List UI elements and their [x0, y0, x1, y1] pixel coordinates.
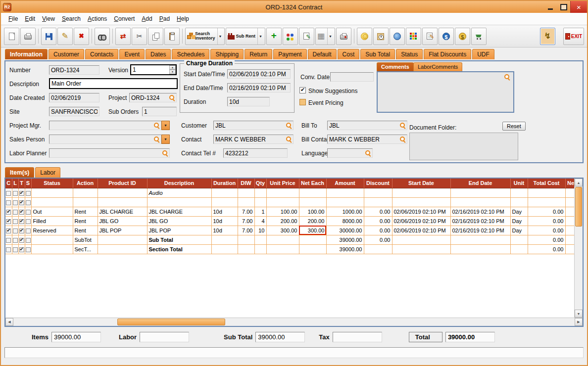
- cell-total_cost[interactable]: 0.00: [528, 244, 565, 254]
- cell-status[interactable]: Out: [31, 207, 73, 216]
- tab-schedules[interactable]: Schedules: [172, 49, 209, 59]
- cell-action[interactable]: [73, 197, 98, 207]
- cell-status[interactable]: Filled: [31, 216, 73, 226]
- version-spinner[interactable]: ▲▼: [169, 65, 176, 74]
- tab-shipping[interactable]: Shipping: [210, 49, 244, 59]
- cell-t[interactable]: [18, 188, 25, 197]
- cell-description[interactable]: Sub Total: [147, 235, 211, 244]
- column-header-l[interactable]: L: [12, 179, 18, 188]
- vertical-scrollbar[interactable]: ▲ ▼: [574, 179, 583, 318]
- column-header-end_date[interactable]: End Date: [450, 179, 510, 188]
- cell-status[interactable]: [31, 244, 73, 254]
- cell-status[interactable]: Reserved: [31, 226, 73, 235]
- row-checkbox[interactable]: [13, 191, 18, 196]
- cell-diw[interactable]: [238, 244, 254, 254]
- scroll-up-button[interactable]: ▲: [575, 179, 583, 186]
- cell-unit[interactable]: Day: [510, 216, 528, 226]
- options-button[interactable]: [283, 28, 298, 45]
- cell-c[interactable]: [5, 197, 12, 207]
- paste-button[interactable]: [164, 28, 180, 45]
- row-checkbox[interactable]: [19, 238, 24, 243]
- payments-button[interactable]: [455, 28, 470, 45]
- row-checkbox[interactable]: [26, 229, 31, 233]
- cell-total_cost[interactable]: [528, 197, 565, 207]
- cell-end_date[interactable]: 02/16/2019 02:10 PM: [450, 216, 510, 226]
- grand-total-field[interactable]: [445, 332, 495, 342]
- row-checkbox[interactable]: [13, 247, 18, 252]
- table-row[interactable]: FilledRentJBL GOJBL GO10d7.004200.00200.…: [5, 216, 574, 226]
- cell-start_date[interactable]: 02/06/2019 02:10 PM: [392, 226, 450, 235]
- duration-input[interactable]: [227, 97, 270, 106]
- subtotal-field[interactable]: [255, 332, 305, 342]
- tab-cost[interactable]: Cost: [338, 49, 360, 59]
- flash-button[interactable]: [540, 28, 555, 45]
- date-created-input[interactable]: [49, 93, 99, 102]
- tab-flat-discounts[interactable]: Flat Discounts: [424, 49, 471, 59]
- cell-qty[interactable]: 1: [254, 207, 266, 216]
- cell-duration[interactable]: 10d: [211, 216, 238, 226]
- table-row[interactable]: SecT...Section Total39000.000.00: [5, 244, 574, 254]
- cell-status[interactable]: [31, 197, 73, 207]
- cell-t[interactable]: [18, 226, 25, 235]
- menu-file[interactable]: File: [5, 14, 21, 24]
- sub-rent-button-dropdown[interactable]: ▼: [257, 28, 263, 45]
- scroll-left-button[interactable]: ◀: [5, 318, 13, 326]
- cell-duration[interactable]: 10d: [211, 207, 238, 216]
- cell-start_date[interactable]: [392, 235, 450, 244]
- cell-duration[interactable]: [211, 235, 238, 244]
- cell-status[interactable]: [31, 235, 73, 244]
- horizontal-scroll-thumb[interactable]: [117, 319, 225, 325]
- cell-diw[interactable]: [238, 197, 254, 207]
- column-header-product_id[interactable]: Product ID: [98, 179, 147, 188]
- find-button[interactable]: [95, 28, 110, 45]
- search-icon[interactable]: [286, 123, 292, 129]
- tab-information[interactable]: Information: [5, 49, 48, 59]
- cell-l[interactable]: [12, 207, 18, 216]
- print-label-button[interactable]: [336, 28, 351, 45]
- edit-button[interactable]: [57, 28, 73, 45]
- menu-help[interactable]: Help: [173, 14, 193, 24]
- cell-duration[interactable]: 10d: [211, 226, 238, 235]
- contact-tel-input[interactable]: [223, 148, 288, 158]
- cell-c[interactable]: [5, 244, 12, 254]
- cell-product_id[interactable]: JBL GO: [98, 216, 147, 226]
- cell-c[interactable]: [5, 207, 12, 216]
- cell-unit_price[interactable]: [266, 235, 299, 244]
- cut-button[interactable]: [132, 28, 147, 45]
- column-header-net_each[interactable]: Net Each: [299, 179, 326, 188]
- menu-actions[interactable]: Actions: [84, 14, 110, 24]
- column-header-amount[interactable]: Amount: [326, 179, 364, 188]
- row-checkbox[interactable]: [19, 200, 24, 205]
- row-checkbox[interactable]: [6, 191, 11, 196]
- search-icon[interactable]: [162, 150, 168, 156]
- contact-field[interactable]: [213, 135, 294, 144]
- tab-dates[interactable]: Dates: [146, 49, 171, 59]
- search-icon[interactable]: [154, 123, 160, 129]
- cell-qty[interactable]: 4: [254, 216, 266, 226]
- end-datetime-input[interactable]: [227, 83, 291, 92]
- row-checkbox[interactable]: [26, 210, 31, 215]
- table-row[interactable]: OutRentJBL CHARGEJBL CHARGE10d7.001100.0…: [5, 207, 574, 216]
- column-header-action[interactable]: Action: [73, 179, 98, 188]
- row-checkbox[interactable]: [13, 200, 18, 205]
- cell-net_each[interactable]: [299, 188, 326, 197]
- row-checkbox[interactable]: [6, 229, 11, 233]
- site-input[interactable]: [49, 107, 99, 116]
- cell-product_id[interactable]: JBL POP: [98, 226, 147, 235]
- cell-t[interactable]: [18, 235, 25, 244]
- table-row[interactable]: ReservedRentJBL POPJBL POP10d7.0010300.0…: [5, 226, 574, 235]
- menu-pad[interactable]: Pad: [156, 14, 173, 24]
- column-header-qty[interactable]: Qty: [254, 179, 266, 188]
- row-checkbox[interactable]: [19, 191, 24, 196]
- column-header-t[interactable]: T: [18, 179, 25, 188]
- language-field[interactable]: [327, 148, 373, 158]
- cell-t[interactable]: [18, 244, 25, 254]
- sales-person-field[interactable]: [49, 135, 161, 144]
- cell-description[interactable]: JBL POP: [147, 226, 211, 235]
- menu-view[interactable]: View: [39, 14, 58, 24]
- tab-default[interactable]: Default: [308, 49, 337, 59]
- wall-grid-button[interactable]: ▼: [315, 28, 335, 45]
- tab-udf[interactable]: UDF: [472, 49, 494, 59]
- copy-button[interactable]: [148, 28, 163, 45]
- row-checkbox[interactable]: [6, 210, 11, 215]
